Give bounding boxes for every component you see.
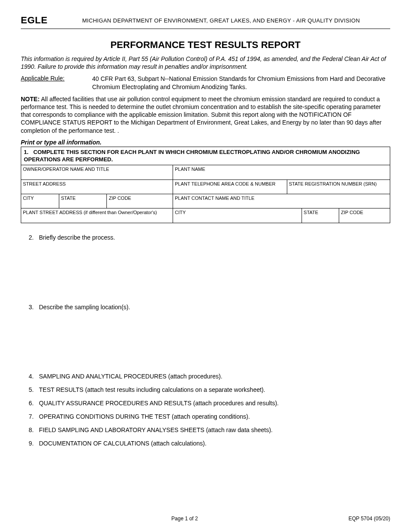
question-number: 3. (21, 303, 36, 311)
section-1-table: 1.COMPLETE THIS SECTION FOR EACH PLANT I… (21, 147, 390, 223)
note-text: All affected facilities that use air pol… (21, 96, 382, 134)
table-row: OWNER/OPERATOR NAME AND TITLE PLANT NAME (21, 165, 390, 179)
section-1-heading: 1.COMPLETE THIS SECTION FOR EACH PLANT I… (21, 147, 390, 165)
question-5: 5. TEST RESULTS (attach test results inc… (21, 386, 390, 394)
question-number: 8. (21, 426, 36, 434)
field-street-address[interactable]: STREET ADDRESS (21, 179, 173, 194)
question-text: QUALITY ASSURANCE PROCEDURES AND RESULTS… (36, 399, 390, 407)
table-row: STREET ADDRESS PLANT TELEPHONE AREA CODE… (21, 179, 390, 194)
print-instruction: Print or type all information. (21, 139, 390, 146)
field-owner-operator[interactable]: OWNER/OPERATOR NAME AND TITLE (21, 165, 173, 179)
questions-list: 2. Briefly describe the process. 3. Desc… (21, 234, 390, 448)
question-text: OPERATING CONDITIONS DURING THE TEST (at… (36, 413, 390, 421)
applicable-rule-text: 40 CFR Part 63, Subpart N--National Emis… (92, 75, 390, 90)
question-number: 4. (21, 372, 36, 381)
question-text: DOCUMENTATION OF CALCULATIONS (attach ca… (36, 439, 390, 448)
form-id: EQP 5704 (05/20) (348, 516, 390, 522)
field-city-2[interactable]: CITY (173, 208, 302, 223)
answer-space-3[interactable] (21, 316, 390, 372)
applicable-rule: Applicable Rule: 40 CFR Part 63, Subpart… (21, 75, 390, 90)
table-row: PLANT STREET ADDRESS (if different than … (21, 208, 390, 223)
section-1-number: 1. (24, 149, 33, 156)
field-plant-contact[interactable]: PLANT CONTACT NAME AND TITLE (173, 194, 390, 208)
note: NOTE: All affected facilities that use a… (21, 95, 390, 135)
field-city[interactable]: CITY (21, 194, 59, 208)
question-6: 6. QUALITY ASSURANCE PROCEDURES AND RESU… (21, 399, 390, 407)
question-text: SAMPLING AND ANALYTICAL PROCEDURES (atta… (36, 372, 390, 381)
question-number: 7. (21, 413, 36, 421)
field-zip-2[interactable]: ZIP CODE (339, 208, 390, 223)
intro-text: This information is required by Article … (21, 55, 390, 71)
applicable-rule-label: Applicable Rule: (21, 75, 92, 90)
question-4: 4. SAMPLING AND ANALYTICAL PROCEDURES (a… (21, 372, 390, 381)
field-state-2[interactable]: STATE (302, 208, 339, 223)
answer-space-2[interactable] (21, 247, 390, 303)
page-number: Page 1 of 2 (21, 516, 348, 522)
question-number: 6. (21, 399, 36, 407)
department-name: MICHIGAN DEPARTMENT OF ENVIRONMENT, GREA… (82, 17, 360, 24)
field-srn[interactable]: STATE REGISTRATION NUMBER (SRN) (287, 179, 390, 194)
page-title: PERFORMANCE TEST RESULTS REPORT (21, 39, 390, 51)
question-number: 9. (21, 439, 36, 448)
question-text: Describe the sampling location(s). (36, 303, 390, 311)
question-2: 2. Briefly describe the process. (21, 234, 390, 242)
field-state[interactable]: STATE (59, 194, 107, 208)
question-9: 9. DOCUMENTATION OF CALCULATIONS (attach… (21, 439, 390, 448)
footer: Page 1 of 2 EQP 5704 (05/20) (0, 516, 411, 522)
question-7: 7. OPERATING CONDITIONS DURING THE TEST … (21, 413, 390, 421)
field-plant-name[interactable]: PLANT NAME (173, 165, 390, 179)
header: EGLE MICHIGAN DEPARTMENT OF ENVIRONMENT,… (21, 15, 390, 29)
question-number: 2. (21, 234, 36, 242)
page: EGLE MICHIGAN DEPARTMENT OF ENVIRONMENT,… (0, 0, 411, 532)
question-text: Briefly describe the process. (36, 234, 390, 242)
section-1-heading-text: COMPLETE THIS SECTION FOR EACH PLANT IN … (24, 149, 360, 163)
question-3: 3. Describe the sampling location(s). (21, 303, 390, 311)
field-plant-street[interactable]: PLANT STREET ADDRESS (if different than … (21, 208, 173, 223)
question-number: 5. (21, 386, 36, 394)
field-plant-phone[interactable]: PLANT TELEPHONE AREA CODE & NUMBER (173, 179, 287, 194)
field-zip[interactable]: ZIP CODE (107, 194, 173, 208)
question-text: TEST RESULTS (attach test results includ… (36, 386, 390, 394)
logo: EGLE (21, 15, 48, 26)
table-row: CITY STATE ZIP CODE PLANT CONTACT NAME A… (21, 194, 390, 208)
question-text: FIELD SAMPLING AND LABORATORY ANALYSES S… (36, 426, 390, 434)
question-8: 8. FIELD SAMPLING AND LABORATORY ANALYSE… (21, 426, 390, 434)
note-label: NOTE: (21, 96, 40, 103)
